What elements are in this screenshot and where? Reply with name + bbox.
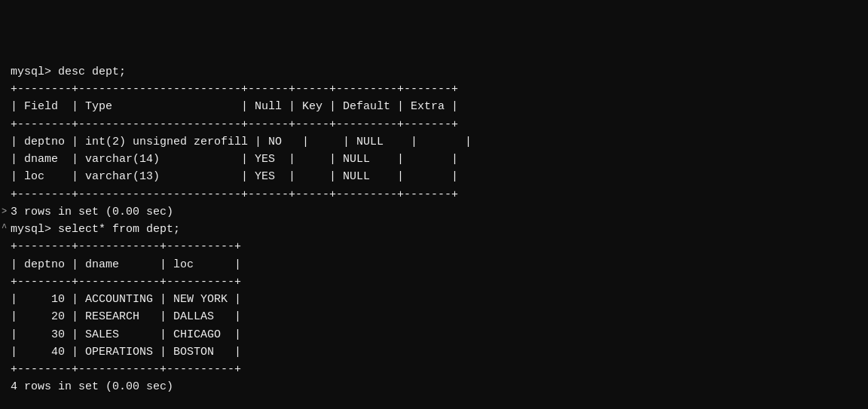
- terminal-content: mysql> desc dept;+--------+-------------…: [11, 63, 845, 396]
- terminal-line: +--------+------------------------+-----…: [11, 81, 845, 98]
- terminal-line: mysql> select* from dept;: [11, 221, 845, 238]
- terminal-line: | loc | varchar(13) | YES | | NULL | |: [11, 168, 845, 185]
- terminal-line: +--------+------------+----------+: [11, 273, 845, 291]
- terminal-line: | 40 | OPERATIONS | BOSTON |: [11, 343, 845, 361]
- terminal-line: | deptno | int(2) unsigned zerofill | NO…: [11, 133, 845, 151]
- terminal-line: | dname | varchar(14) | YES | | NULL | |: [11, 151, 845, 168]
- terminal-window: > ^ mysql> desc dept;+--------+---------…: [0, 0, 868, 409]
- terminal-line: 4 rows in set (0.00 sec): [11, 378, 845, 395]
- terminal-line: | deptno | dname | loc |: [11, 256, 845, 273]
- terminal-line: mysql> desc dept;: [11, 63, 845, 81]
- terminal-line: | 10 | ACCOUNTING | NEW YORK |: [11, 291, 845, 308]
- terminal-line: +--------+------------+----------+: [11, 361, 845, 378]
- arrow-up: ^: [2, 221, 7, 237]
- terminal-line: 3 rows in set (0.00 sec): [11, 203, 845, 221]
- terminal-line: | 30 | SALES | CHICAGO |: [11, 326, 845, 343]
- terminal-line: | 20 | RESEARCH | DALLAS |: [11, 308, 845, 325]
- terminal-line: +--------+------------+----------+: [11, 238, 845, 255]
- arrow-right: >: [2, 204, 7, 221]
- side-arrows: > ^: [0, 204, 7, 237]
- terminal-line: +--------+------------------------+-----…: [11, 116, 845, 133]
- terminal-line: | Field | Type | Null | Key | Default | …: [11, 98, 845, 115]
- terminal-line: +--------+------------------------+-----…: [11, 186, 845, 203]
